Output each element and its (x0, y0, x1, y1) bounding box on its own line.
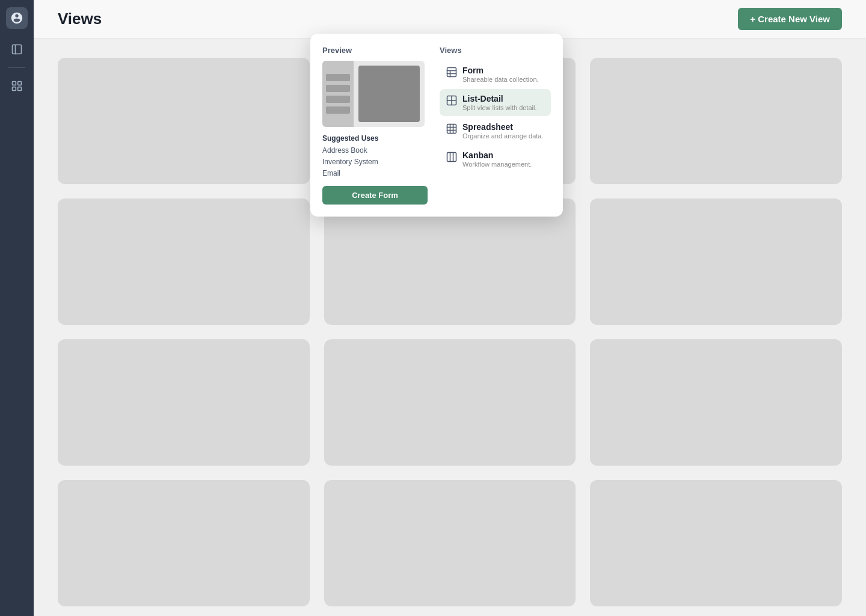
view-spreadsheet-name: Spreadsheet (462, 122, 544, 132)
view-item-form[interactable]: Form Shareable data collection. (440, 61, 551, 88)
form-icon (446, 66, 458, 78)
views-section: Views Form Shareable data collection. (440, 46, 551, 205)
grid-card-9[interactable] (590, 339, 842, 466)
grid-card-8[interactable] (324, 339, 576, 466)
view-kanban-name: Kanban (462, 150, 532, 160)
layout-icon[interactable] (6, 75, 28, 97)
svg-rect-0 (13, 45, 22, 54)
list-detail-icon (446, 94, 458, 106)
grid-card-10[interactable] (58, 480, 310, 606)
suggested-item-3: Email (322, 168, 428, 179)
sidebar (0, 0, 34, 616)
preview-image (322, 61, 425, 127)
view-list-detail-desc: Split view lists with detail. (462, 104, 537, 111)
create-view-dropdown: Preview Suggested Uses Address Book Inve… (310, 34, 563, 217)
view-spreadsheet-desc: Organize and arrange data. (462, 132, 544, 140)
create-form-button[interactable]: Create Form (322, 186, 428, 205)
preview-bar-4 (326, 106, 350, 114)
view-item-kanban[interactable]: Kanban Workflow management. (440, 146, 551, 173)
svg-rect-4 (18, 87, 22, 91)
kanban-icon (446, 151, 458, 163)
app-logo[interactable] (6, 7, 28, 29)
main-content: Views + Create New View Preview (34, 0, 866, 616)
grid-card-1[interactable] (58, 58, 310, 184)
preview-right-panel (358, 66, 420, 122)
suggested-item-2: Inventory System (322, 156, 428, 168)
header: Views + Create New View (34, 0, 866, 38)
view-item-list-detail[interactable]: List-Detail Split view lists with detail… (440, 89, 551, 116)
create-new-view-button[interactable]: + Create New View (738, 8, 842, 30)
grid-card-5[interactable] (324, 199, 576, 325)
svg-rect-2 (18, 82, 22, 85)
preview-bar-1 (326, 74, 350, 81)
grid-card-6[interactable] (590, 199, 842, 325)
grid-card-11[interactable] (324, 480, 576, 606)
grid-card-4[interactable] (58, 199, 310, 325)
grid-card-7[interactable] (58, 339, 310, 466)
spreadsheet-icon (446, 123, 458, 135)
svg-rect-3 (13, 87, 16, 91)
svg-rect-1 (13, 82, 16, 85)
view-kanban-desc: Workflow management. (462, 161, 532, 168)
svg-rect-5 (447, 68, 456, 77)
view-form-name: Form (462, 66, 539, 75)
svg-rect-12 (447, 125, 456, 134)
back-icon[interactable] (6, 38, 28, 60)
suggested-uses-label: Suggested Uses (322, 134, 428, 143)
suggested-uses-section: Suggested Uses Address Book Inventory Sy… (322, 134, 428, 180)
suggested-item-1: Address Book (322, 145, 428, 156)
preview-left-panel (322, 61, 354, 127)
preview-bar-3 (326, 96, 350, 103)
svg-rect-17 (447, 153, 456, 162)
views-section-label: Views (440, 46, 551, 55)
page-title: Views (58, 10, 102, 28)
grid-card-3[interactable] (590, 58, 842, 184)
view-form-desc: Shareable data collection. (462, 76, 539, 83)
preview-section: Preview Suggested Uses Address Book Inve… (322, 46, 428, 205)
grid-card-12[interactable] (590, 480, 842, 606)
view-list-detail-name: List-Detail (462, 94, 537, 103)
view-item-spreadsheet[interactable]: Spreadsheet Organize and arrange data. (440, 117, 551, 144)
sidebar-divider (8, 67, 25, 68)
preview-label: Preview (322, 46, 428, 55)
preview-bar-2 (326, 85, 350, 92)
